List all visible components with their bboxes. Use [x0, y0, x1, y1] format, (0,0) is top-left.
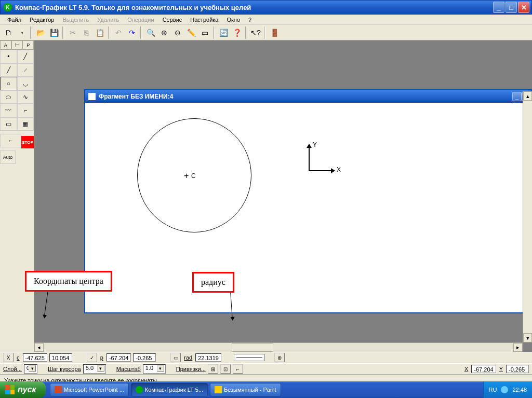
tool-back[interactable]: ← [0, 134, 21, 147]
taskbar-item-kompas[interactable]: Компас-График LT 5... [131, 383, 208, 396]
snap-toggle-1[interactable]: ⊞ [208, 364, 218, 374]
parameter-bar: X c -47.625 10.054 ✓ p -67.204 -0.265 ▭ … [0, 352, 532, 363]
tray-icon[interactable] [501, 386, 508, 393]
new-sheet-button[interactable]: ▫ [16, 26, 28, 39]
start-button[interactable]: пуск [0, 381, 46, 398]
tool-polyline[interactable]: ⟋ [17, 63, 34, 77]
radius-field[interactable]: 22.1319 [195, 353, 221, 362]
line-style-selector[interactable] [234, 354, 265, 361]
tab-params[interactable]: P [22, 40, 34, 49]
menu-delete: Удалить [93, 16, 123, 24]
document-title: Фрагмент БЕЗ ИМЕНИ:4 [99, 93, 173, 100]
maximize-button[interactable]: □ [506, 2, 517, 13]
taskbar: пуск Microsoft PowerPoint ... Компас-Гра… [0, 381, 532, 398]
tool-arc[interactable]: ◡ [17, 77, 34, 90]
point-x-field[interactable]: -67.204 [107, 353, 131, 362]
horizontal-scrollbar[interactable]: ◂ ▸ [34, 342, 523, 352]
language-indicator[interactable]: RU [489, 387, 497, 393]
menu-help[interactable]: ? [244, 16, 256, 24]
center-label: c [16, 354, 21, 361]
y-axis-label: Y [313, 141, 317, 148]
tool-line[interactable]: ╱ [0, 63, 17, 77]
scale-field[interactable]: 1.0 [143, 364, 166, 374]
param-x-lock[interactable]: X [3, 353, 14, 362]
tool-aux-line[interactable]: ╱ [17, 50, 34, 63]
redo-button[interactable]: ↷ [126, 26, 138, 39]
scroll-left-button[interactable]: ◂ [34, 343, 44, 352]
paste-button[interactable]: 📋 [94, 26, 106, 39]
snap-toggle-2[interactable]: ⊡ [220, 364, 231, 374]
layer-selector[interactable]: 0 [24, 364, 37, 374]
options-bar: Слой... 0 Шаг курсора 5.0 Масштаб 1.0 Пр… [0, 363, 532, 375]
tool-rect[interactable]: ▭ [0, 117, 17, 131]
document-titlebar[interactable]: Фрагмент БЕЗ ИМЕНИ:4 _ □ [85, 90, 531, 103]
menu-file[interactable]: Файл [3, 16, 25, 24]
taskbar-item-powerpoint[interactable]: Microsoft PowerPoint ... [50, 383, 129, 396]
tab-measures[interactable]: ⊢ [11, 40, 23, 49]
tool-ellipse[interactable]: ⬭ [0, 90, 17, 104]
param-p-lock[interactable]: ✓ [87, 353, 97, 362]
snap-toggle-3[interactable]: ⌐ [233, 364, 243, 374]
refresh-button[interactable]: 🔄 [217, 26, 230, 39]
menu-window[interactable]: Окно [222, 16, 244, 24]
param-rad-lock[interactable]: ▭ [170, 353, 181, 362]
cursor-step-field[interactable]: 5.0 [83, 364, 106, 374]
tool-spline[interactable]: ∿ [17, 90, 34, 104]
scroll-thumb[interactable] [232, 343, 273, 352]
main-toolbar: 🗋 ▫ 📂 💾 ✂ ⎘ 📋 ↶ ↷ 🔍 ⊕ ⊖ ✏️ ▭ 🔄 ❓ ↖? 🚪 [0, 25, 532, 40]
tab-dims[interactable]: A [0, 40, 11, 49]
clock[interactable]: 22:48 [512, 387, 527, 393]
menu-select: Выделить [58, 16, 93, 24]
scroll-down-button[interactable]: ▾ [523, 333, 532, 342]
vertical-scrollbar[interactable]: ▴ ▾ [523, 91, 532, 342]
menu-operations: Операции [123, 16, 158, 24]
point-y-field[interactable]: -0.265 [133, 353, 156, 362]
left-tool-panel: A ⊢ P • ╱ ╱ ⟋ ○ ◡ ⬭ ∿ 〰 ⌐ ▭ ▦ ← STOP Aut… [0, 40, 34, 352]
close-button[interactable]: ✕ [518, 2, 529, 13]
cut-button[interactable]: ✂ [66, 26, 79, 39]
tool-grid: • ╱ ╱ ⟋ ○ ◡ ⬭ ∿ 〰 ⌐ ▭ ▦ [0, 50, 34, 131]
axes-toggle[interactable]: ⊕ [274, 353, 285, 362]
zoom-out-button[interactable]: ⊖ [171, 26, 184, 39]
snaps-button[interactable]: Привязки... [176, 366, 206, 372]
copy-button[interactable]: ⎘ [80, 26, 92, 39]
exit-button[interactable]: 🚪 [268, 26, 281, 39]
taskbar-item-paint[interactable]: Безымянный - Paint [210, 383, 281, 396]
center-marker: С [191, 172, 196, 180]
center-y-field[interactable]: 10.054 [49, 353, 72, 362]
help-pointer-button[interactable]: ↖? [249, 26, 262, 39]
menu-editor[interactable]: Редактор [25, 16, 58, 24]
annotation-radius: радиус [192, 272, 234, 293]
zoom-region-button[interactable]: ✏️ [185, 26, 197, 39]
stop-button[interactable]: STOP [21, 136, 34, 148]
scroll-up-button[interactable]: ▴ [523, 91, 532, 101]
doc-minimize-button[interactable]: _ [512, 92, 522, 101]
new-doc-button[interactable]: 🗋 [2, 26, 15, 39]
radius-label: rad [183, 354, 193, 361]
tool-hatch[interactable]: ▦ [17, 117, 34, 131]
cursor-y-label: Y [498, 366, 504, 372]
tool-fillet[interactable]: ⌐ [17, 104, 34, 117]
tool-point[interactable]: • [0, 50, 17, 63]
scroll-right-button[interactable]: ▸ [513, 343, 523, 352]
menu-settings[interactable]: Настройка [186, 16, 222, 24]
zoom-fit-button[interactable]: 🔍 [144, 26, 157, 39]
cursor-x-label: X [463, 366, 469, 372]
open-button[interactable]: 📂 [34, 26, 47, 39]
tool-bezier[interactable]: 〰 [0, 104, 17, 117]
properties-button[interactable]: ❓ [231, 26, 243, 39]
drawing-canvas[interactable]: С Y X [85, 103, 531, 312]
zoom-in-button[interactable]: ⊕ [158, 26, 170, 39]
layer-button[interactable]: Слой... [3, 366, 22, 372]
zoom-window-button[interactable]: ▭ [198, 26, 211, 39]
undo-button[interactable]: ↶ [112, 26, 125, 39]
x-axis-label: X [337, 166, 341, 173]
save-button[interactable]: 💾 [48, 26, 60, 39]
menu-service[interactable]: Сервис [158, 16, 187, 24]
minimize-button[interactable]: _ [493, 2, 504, 13]
tool-circle[interactable]: ○ [0, 77, 17, 90]
auto-button[interactable]: Auto [0, 150, 16, 164]
workspace: Фрагмент БЕЗ ИМЕНИ:4 _ □ С Y X [34, 40, 532, 352]
center-x-field[interactable]: -47.625 [23, 353, 47, 362]
windows-logo-icon [5, 385, 15, 394]
